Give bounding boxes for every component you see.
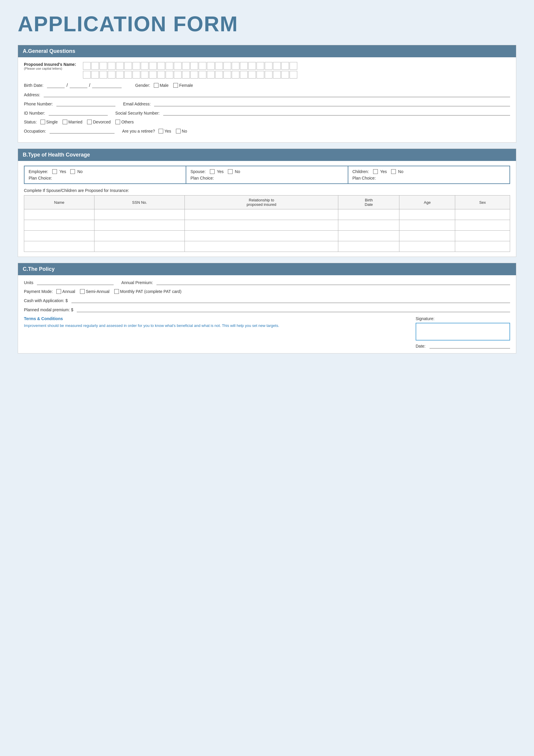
birth-date-day[interactable] xyxy=(70,83,87,88)
cell-sex[interactable] xyxy=(455,220,510,230)
planned-modal-input[interactable] xyxy=(77,307,510,312)
char-box[interactable] xyxy=(224,62,231,70)
units-input[interactable] xyxy=(37,280,114,285)
cell-birthdate[interactable] xyxy=(338,209,399,220)
char-box[interactable] xyxy=(141,62,148,70)
signature-box[interactable] xyxy=(415,323,510,340)
monthly-pat-option[interactable]: Monthly PAT (complete PAT card) xyxy=(114,289,181,294)
cell-age[interactable] xyxy=(399,209,455,220)
char-box[interactable] xyxy=(91,71,99,79)
single-checkbox[interactable] xyxy=(40,120,45,124)
retiree-yes-option[interactable]: Yes xyxy=(158,129,171,133)
annual-premium-input[interactable] xyxy=(156,280,510,285)
cell-ssn[interactable] xyxy=(94,209,185,220)
char-box[interactable] xyxy=(290,71,297,79)
cell-name[interactable] xyxy=(24,209,94,220)
married-option[interactable]: Married xyxy=(63,120,82,124)
char-box[interactable] xyxy=(281,71,289,79)
cell-age[interactable] xyxy=(399,230,455,241)
char-box[interactable] xyxy=(124,71,132,79)
occupation-input[interactable] xyxy=(50,128,115,133)
email-input[interactable] xyxy=(154,101,510,106)
char-box[interactable] xyxy=(91,62,99,70)
birth-date-year[interactable] xyxy=(92,83,121,88)
char-box[interactable] xyxy=(240,71,248,79)
cell-ssn[interactable] xyxy=(94,230,185,241)
cell-relationship[interactable] xyxy=(185,220,338,230)
cell-age[interactable] xyxy=(399,220,455,230)
char-box[interactable] xyxy=(99,62,107,70)
monthly-pat-checkbox[interactable] xyxy=(114,289,119,294)
char-box[interactable] xyxy=(232,62,239,70)
char-box[interactable] xyxy=(83,71,91,79)
char-box[interactable] xyxy=(166,71,173,79)
char-box[interactable] xyxy=(265,71,273,79)
cell-sex[interactable] xyxy=(455,209,510,220)
birth-date-month[interactable] xyxy=(47,83,65,88)
single-option[interactable]: Single xyxy=(40,120,58,124)
char-box[interactable] xyxy=(174,62,181,70)
char-box[interactable] xyxy=(215,62,223,70)
char-box[interactable] xyxy=(133,62,140,70)
char-box[interactable] xyxy=(207,71,215,79)
char-box[interactable] xyxy=(248,62,256,70)
spouse-no-checkbox[interactable] xyxy=(228,169,233,174)
children-no-checkbox[interactable] xyxy=(391,169,396,174)
female-option[interactable]: Female xyxy=(173,83,193,88)
char-box[interactable] xyxy=(157,62,165,70)
char-box[interactable] xyxy=(199,71,206,79)
char-box[interactable] xyxy=(83,62,91,70)
char-box[interactable] xyxy=(248,71,256,79)
char-box[interactable] xyxy=(256,71,264,79)
char-box[interactable] xyxy=(116,71,124,79)
cell-relationship[interactable] xyxy=(185,241,338,252)
char-box[interactable] xyxy=(199,62,206,70)
char-box[interactable] xyxy=(149,71,157,79)
char-box[interactable] xyxy=(240,62,248,70)
devorced-checkbox[interactable] xyxy=(87,120,92,124)
retiree-no-option[interactable]: No xyxy=(176,129,187,133)
address-input[interactable] xyxy=(44,92,510,97)
ssn-input[interactable] xyxy=(163,110,510,116)
char-box[interactable] xyxy=(190,62,198,70)
others-checkbox[interactable] xyxy=(116,120,120,124)
married-checkbox[interactable] xyxy=(63,120,67,124)
char-box[interactable] xyxy=(141,71,148,79)
devorced-option[interactable]: Devorced xyxy=(87,120,111,124)
phone-input[interactable] xyxy=(56,101,116,106)
cell-sex[interactable] xyxy=(455,230,510,241)
char-box[interactable] xyxy=(265,62,273,70)
cell-ssn[interactable] xyxy=(94,220,185,230)
char-box[interactable] xyxy=(256,62,264,70)
children-yes-checkbox[interactable] xyxy=(373,169,378,174)
char-box[interactable] xyxy=(99,71,107,79)
char-box[interactable] xyxy=(108,62,116,70)
char-box[interactable] xyxy=(224,71,231,79)
cell-relationship[interactable] xyxy=(185,209,338,220)
char-box[interactable] xyxy=(166,62,173,70)
cell-name[interactable] xyxy=(24,241,94,252)
char-box[interactable] xyxy=(273,71,281,79)
semi-annual-checkbox[interactable] xyxy=(80,289,85,294)
retiree-yes-checkbox[interactable] xyxy=(158,129,163,133)
employee-no-checkbox[interactable] xyxy=(70,169,75,174)
char-box[interactable] xyxy=(215,71,223,79)
female-checkbox[interactable] xyxy=(173,83,178,88)
cell-sex[interactable] xyxy=(455,241,510,252)
id-input[interactable] xyxy=(49,110,108,116)
spouse-yes-checkbox[interactable] xyxy=(210,169,215,174)
annual-checkbox[interactable] xyxy=(56,289,61,294)
char-box[interactable] xyxy=(182,62,190,70)
cell-name[interactable] xyxy=(24,230,94,241)
cell-name[interactable] xyxy=(24,220,94,230)
annual-option[interactable]: Annual xyxy=(56,289,75,294)
char-box[interactable] xyxy=(174,71,181,79)
cell-ssn[interactable] xyxy=(94,241,185,252)
cell-birthdate[interactable] xyxy=(338,230,399,241)
char-box[interactable] xyxy=(182,71,190,79)
char-box[interactable] xyxy=(273,62,281,70)
cell-relationship[interactable] xyxy=(185,230,338,241)
cell-birthdate[interactable] xyxy=(338,241,399,252)
char-box[interactable] xyxy=(207,62,215,70)
cell-birthdate[interactable] xyxy=(338,220,399,230)
